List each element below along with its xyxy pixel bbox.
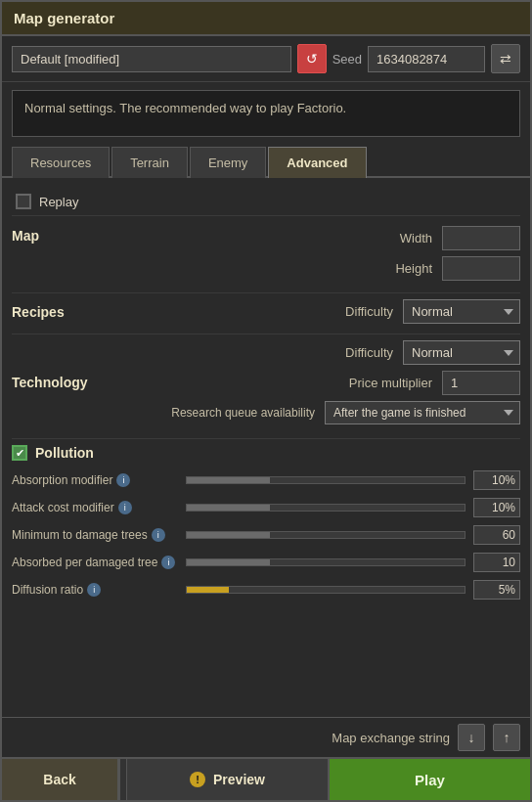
tab-enemy-label: Enemy <box>208 156 247 170</box>
tech-header-row: Technology Difficulty Normal Easy Hard P… <box>12 340 520 424</box>
preset-select[interactable]: Default [modified] <box>12 46 291 72</box>
preview-button[interactable]: ! Preview <box>127 759 330 800</box>
map-fields: Width Height <box>90 226 520 281</box>
play-button[interactable]: Play <box>330 759 530 800</box>
research-queue-label: Research queue availability <box>171 406 315 420</box>
attack-cost-modifier-label: Attack cost modifier i <box>12 501 178 514</box>
attack-cost-info-icon[interactable]: i <box>118 501 132 514</box>
absorbed-per-tree-value: 10 <box>473 553 520 572</box>
tab-terrain-label: Terrain <box>130 156 169 170</box>
recipes-label: Recipes <box>12 304 110 320</box>
technology-section: Technology Difficulty Normal Easy Hard P… <box>12 334 520 434</box>
height-label: Height <box>395 261 432 276</box>
map-exchange-label: Map exchange string <box>332 731 450 745</box>
title-bar: Map generator <box>2 2 530 36</box>
description-text: Normal settings. The recommended way to … <box>24 101 346 115</box>
tab-advanced[interactable]: Advanced <box>268 147 366 178</box>
recipes-difficulty-label: Difficulty <box>345 304 393 319</box>
width-input[interactable] <box>442 226 520 250</box>
diffusion-ratio-value: 5% <box>473 580 520 600</box>
pollution-section: ✔ Pollution Absorption modifier i 10% At… <box>12 438 520 600</box>
min-damage-slider[interactable] <box>186 531 466 539</box>
research-queue-select[interactable]: After the game is finished Never Always <box>325 401 520 424</box>
tech-difficulty-row: Difficulty Normal Easy Hard <box>110 340 520 365</box>
description-box: Normal settings. The recommended way to … <box>12 90 520 137</box>
content-area: Replay Map Width Height Recipes Difficul… <box>2 178 530 717</box>
pollution-header: ✔ Pollution <box>12 445 520 461</box>
absorbed-per-tree-slider[interactable] <box>186 558 466 566</box>
map-height-row: Height <box>90 256 520 281</box>
slider-row-attack-cost: Attack cost modifier i 10% <box>12 498 520 517</box>
tab-resources[interactable]: Resources <box>12 147 110 178</box>
back-button[interactable]: Back <box>2 759 119 800</box>
tab-bar: Resources Terrain Enemy Advanced <box>2 145 530 178</box>
footer-divider <box>119 759 127 800</box>
recipes-difficulty-select[interactable]: Normal Easy Hard <box>403 299 520 324</box>
tab-terrain[interactable]: Terrain <box>111 147 188 178</box>
tech-fields: Difficulty Normal Easy Hard Price multip… <box>110 340 520 424</box>
window-title: Map generator <box>14 10 114 26</box>
price-multiplier-input[interactable] <box>442 371 520 395</box>
min-damage-value: 60 <box>473 525 520 545</box>
research-queue-row: Research queue availability After the ga… <box>110 401 520 424</box>
absorbed-per-tree-label: Absorbed per damaged tree i <box>12 556 178 569</box>
slider-row-absorbed: Absorbed per damaged tree i 10 <box>12 553 520 572</box>
warning-icon: ! <box>190 772 205 787</box>
shuffle-button[interactable]: ⇄ <box>491 44 520 73</box>
recipes-section: Recipes Difficulty Normal Easy Hard <box>12 292 520 330</box>
diffusion-ratio-info-icon[interactable]: i <box>87 583 101 597</box>
toolbar: Default [modified] ↺ Seed ⇄ <box>2 36 530 82</box>
tab-advanced-label: Advanced <box>287 156 347 170</box>
export-map-exchange-button[interactable]: ↑ <box>493 724 520 751</box>
height-input[interactable] <box>442 256 520 281</box>
slider-row-diffusion: Diffusion ratio i 5% <box>12 580 520 600</box>
replay-label: Replay <box>39 195 78 209</box>
min-damage-info-icon[interactable]: i <box>152 528 165 542</box>
width-label: Width <box>400 231 432 245</box>
reset-button[interactable]: ↺ <box>297 44 327 73</box>
technology-label: Technology <box>12 375 110 390</box>
replay-row: Replay <box>12 188 520 216</box>
absorption-modifier-label: Absorption modifier i <box>12 473 178 487</box>
pollution-checkbox[interactable]: ✔ <box>12 445 27 461</box>
slider-row-min-damage: Minimum to damage trees i 60 <box>12 525 520 545</box>
map-width-row: Width <box>90 226 520 250</box>
seed-label: Seed <box>332 52 362 67</box>
tech-difficulty-label: Difficulty <box>345 345 393 360</box>
absorbed-per-tree-info-icon[interactable]: i <box>161 556 175 569</box>
absorption-info-icon[interactable]: i <box>116 473 130 487</box>
diffusion-ratio-label: Diffusion ratio i <box>12 583 178 597</box>
attack-cost-value: 10% <box>473 498 520 517</box>
map-generator-window: Map generator Default [modified] ↺ Seed … <box>0 0 532 802</box>
price-multiplier-row: Price multiplier <box>110 371 520 395</box>
import-map-exchange-button[interactable]: ↓ <box>458 724 485 751</box>
bottom-bar: Map exchange string ↓ ↑ <box>2 717 530 757</box>
map-section: Map Width Height <box>12 222 520 285</box>
min-damage-label: Minimum to damage trees i <box>12 528 178 542</box>
absorption-value: 10% <box>473 470 520 490</box>
slider-row-absorption: Absorption modifier i 10% <box>12 470 520 490</box>
diffusion-ratio-slider[interactable] <box>186 586 466 594</box>
tab-enemy[interactable]: Enemy <box>190 147 266 178</box>
tab-resources-label: Resources <box>30 156 91 170</box>
footer: Back ! Preview Play <box>2 757 530 800</box>
tech-difficulty-select[interactable]: Normal Easy Hard <box>403 340 520 365</box>
attack-cost-slider[interactable] <box>186 504 466 512</box>
replay-checkbox[interactable] <box>16 194 31 209</box>
pollution-label: Pollution <box>35 445 94 461</box>
price-multiplier-label: Price multiplier <box>349 376 432 390</box>
map-section-label: Map <box>12 226 90 244</box>
absorption-slider[interactable] <box>186 476 466 484</box>
seed-input[interactable] <box>368 46 485 72</box>
